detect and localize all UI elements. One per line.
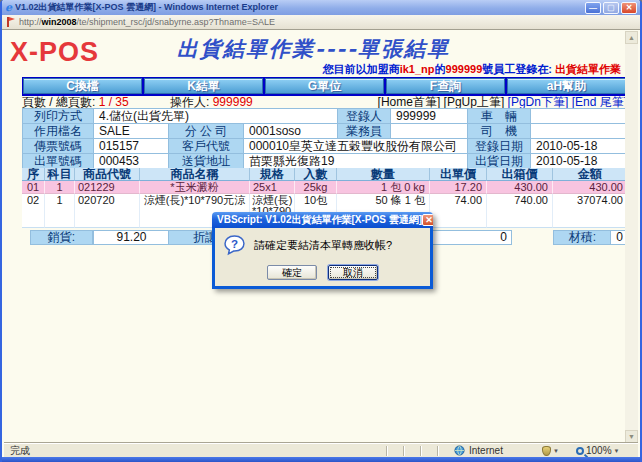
scroll-down-icon[interactable]: ▼ (625, 430, 638, 443)
minimize-button[interactable]: — (585, 2, 601, 14)
dialog-message: 請確定要結清本單轉應收帳? (254, 238, 392, 253)
key-end-last[interactable]: [End 尾筆] (572, 95, 625, 109)
col-name: 商品名稱 (140, 168, 250, 181)
col-qty: 數量 (337, 168, 430, 181)
delivery-address-label: 送貨地址 (169, 154, 244, 169)
ship-date-value: 2010-05-18 (531, 154, 625, 169)
browser-window: e V1.02出貨結單作業[X-POS 雲通網] - Windows Inter… (0, 0, 642, 462)
dialog-title: VBScript: V1.02出貨結單作業[X-POS 雲通網] (217, 213, 422, 227)
tab-settle[interactable]: K結單 (144, 78, 263, 94)
page-icon (6, 17, 15, 27)
active-file-value: SALE (94, 124, 169, 139)
operator-value: 999999 (213, 95, 253, 109)
login-date-value: 2010-05-18 (531, 139, 625, 154)
status-done-text: 完成 (4, 444, 386, 458)
col-subject: 科目 (45, 168, 75, 181)
login-status: 您目前以加盟商ik1_np的999999號員工登錄在: 出貨結單作業 (323, 62, 621, 77)
zoom-magnifier-icon (576, 447, 584, 455)
delivery-address-value: 苗栗縣光復路19 (244, 154, 468, 169)
ie-logo-icon: e (5, 2, 12, 13)
pages-value: 1 / 35 (99, 95, 129, 109)
vehicle-label: 車 輛 (468, 109, 531, 124)
menu-bar: C換檔 K結單 G單位 F查詢 aH幫助 (22, 77, 625, 96)
operator-label: 操作人: (170, 95, 209, 109)
customer-code-label: 客戶代號 (169, 139, 244, 154)
zone-label: Internet (469, 445, 503, 456)
dialog-close-icon[interactable]: ✕ (422, 214, 433, 226)
page-title: 出貨結單作業----單張結單 (2, 35, 625, 63)
key-home-first[interactable]: [Home首筆] (378, 95, 441, 109)
table-row-cell: 740.00 (487, 194, 553, 228)
window-title: V1.02出貨結單作業[X-POS 雲通網] - Windows Interne… (15, 1, 582, 14)
col-box-price: 出箱價 (487, 168, 553, 181)
table-row-cell: 1 (45, 194, 75, 228)
scroll-up-icon[interactable]: ▲ (625, 31, 638, 44)
volume-value: 0 (610, 230, 625, 245)
phishing-filter-panel[interactable]: ▼ (542, 446, 576, 456)
table-row-cell[interactable]: 02 (22, 194, 45, 228)
salesman-label: 業務員 (338, 124, 391, 139)
active-file-label: 作用檔名 (23, 124, 94, 139)
dialog-body: ? 請確定要結清本單轉應收帳? 確定 取消 (212, 228, 433, 289)
print-mode-label: 列印方式 (23, 109, 94, 124)
col-spec: 規格 (250, 168, 295, 181)
tab-query[interactable]: F查詢 (386, 78, 505, 94)
maximize-button[interactable]: ▢ (603, 2, 619, 14)
table-row-cell: 1 (45, 181, 75, 194)
question-icon: ? (224, 235, 245, 256)
table-row-cell: 74.00 (430, 194, 487, 228)
zoom-control[interactable]: 100% ▼ (576, 445, 638, 456)
customer-code-value: 000010皇英立達五穀豐收股份有限公司 (244, 139, 468, 154)
key-pgdn-next[interactable]: [PgDn下筆] (508, 95, 569, 109)
svg-text:?: ? (231, 238, 238, 250)
cancel-button[interactable]: 取消 (328, 265, 378, 280)
key-pgup-prev[interactable]: [PgUp上筆] (444, 95, 505, 109)
driver-label: 司 機 (468, 124, 531, 139)
login-person-label: 登錄人 (338, 109, 391, 124)
table-row-cell: 021229 (75, 181, 140, 194)
pager-row: 頁數 / 總頁數: 1 / 35 操作人: 999999 [Home首筆] [P… (22, 96, 625, 108)
table-row-cell: 17.20 (430, 181, 487, 194)
ok-button[interactable]: 確定 (267, 265, 317, 280)
address-bar[interactable]: http://win2008/te/shipment_rsc/jd/snabyr… (2, 15, 640, 30)
sales-total-label: 銷貨: (30, 230, 93, 245)
voucher-no-value: 015157 (94, 139, 169, 154)
table-row-cell: 25x1 (250, 181, 295, 194)
security-zone-panel: Internet (454, 445, 542, 456)
pages-label: 頁數 / 總頁數: (22, 95, 95, 109)
order-no-value: 000453 (94, 154, 169, 169)
title-bar: e V1.02出貨結單作業[X-POS 雲通網] - Windows Inter… (2, 0, 640, 15)
col-amount: 金額 (553, 168, 625, 181)
voucher-no-label: 傳票號碼 (23, 139, 94, 154)
salesman-value (391, 124, 468, 139)
tab-unit[interactable]: G單位 (265, 78, 384, 94)
print-mode-value: 4.儲位(出貨先單) (94, 109, 338, 124)
table-row-cell: 020720 (75, 194, 140, 228)
volume-label: 材積: (553, 230, 612, 245)
phishing-filter-icon (542, 446, 551, 456)
driver-value (531, 124, 625, 139)
branch-value: 0001soso (244, 124, 338, 139)
login-person-value: 999999 (391, 109, 468, 124)
table-row-cell: 430.00 (487, 181, 553, 194)
sales-total-value: 91.20 (93, 230, 170, 245)
col-seq: 序 (22, 168, 45, 181)
globe-icon (454, 445, 465, 456)
table-row-cell[interactable]: 01 (22, 181, 45, 194)
col-code: 商品代號 (75, 168, 140, 181)
branch-label: 分 公 司 (169, 124, 244, 139)
page-content: X-POS 出貨結單作業----單張結單 您目前以加盟商ik1_np的99999… (2, 31, 625, 443)
url-text: http://win2008/te/shipment_rsc/jd/snabyr… (19, 17, 275, 27)
close-button[interactable]: ✕ (621, 2, 637, 14)
order-no-label: 出單號碼 (23, 154, 94, 169)
tab-change-file[interactable]: C換檔 (23, 78, 142, 94)
status-bar: 完成 Internet ▼ 100% ▼ (4, 443, 638, 457)
confirm-dialog: VBScript: V1.02出貨結單作業[X-POS 雲通網] ✕ ? 請確定… (212, 212, 433, 289)
col-unit-price: 出單價 (430, 168, 487, 181)
summary-mid-value: 0 (430, 230, 512, 245)
vertical-scrollbar[interactable]: ▲ ▼ (625, 31, 638, 443)
order-header-form: 列印方式 4.儲位(出貨先單) 登錄人 999999 車 輛 作用檔名 SALE… (22, 108, 625, 169)
filter-caret-icon: ▼ (553, 448, 559, 454)
zoom-level: 100% (586, 445, 612, 456)
tab-help[interactable]: aH幫助 (507, 78, 625, 94)
